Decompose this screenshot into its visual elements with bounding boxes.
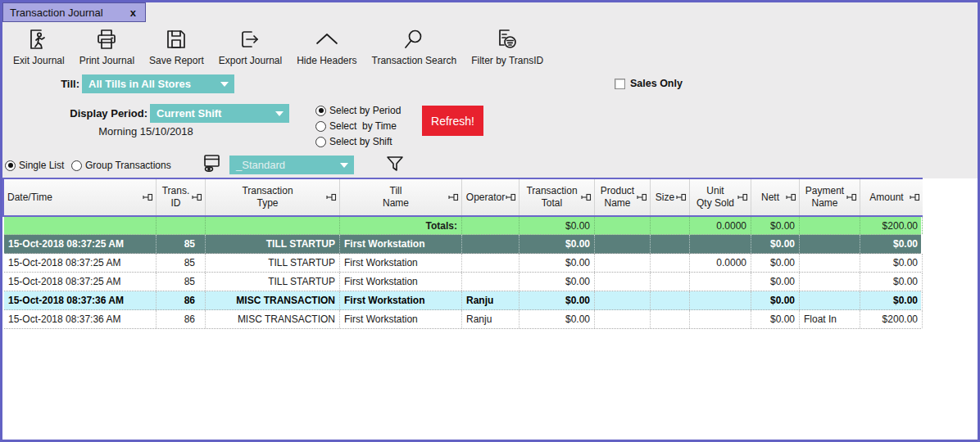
sales-only-label: Sales Only xyxy=(630,78,683,89)
column-pin-icon[interactable] xyxy=(581,193,592,201)
cell-operator: Ranju xyxy=(462,291,519,309)
column-pin-icon[interactable] xyxy=(448,193,459,201)
sales-only-checkbox[interactable]: Sales Only xyxy=(615,78,683,89)
column-pin-icon[interactable] xyxy=(676,193,687,201)
filter-funnel-button[interactable] xyxy=(384,155,406,176)
cell-trans_id: 85 xyxy=(157,273,206,291)
cell-size xyxy=(651,291,690,309)
cell-payment_name xyxy=(800,217,860,234)
radio-select-by-time[interactable]: Select by Time xyxy=(315,120,397,132)
table-row[interactable]: 15-Oct-2018 08:37:25 AM85TILL STARTUPFir… xyxy=(4,254,921,273)
table-row[interactable]: 15-Oct-2018 08:37:36 AM86MISC TRANSACTIO… xyxy=(4,291,921,310)
column-header-transaction_type[interactable]: TransactionType xyxy=(206,179,340,215)
exit-journal-button[interactable]: Exit Journal xyxy=(6,27,72,70)
column-header-size[interactable]: Size xyxy=(651,179,690,215)
till-dropdown[interactable]: All Tills in All Stores xyxy=(82,74,234,93)
cell-till_name: First Workstation xyxy=(340,273,462,291)
filter-by-transid-button[interactable]: Filter by TransID xyxy=(464,27,551,70)
cell-transaction_total: $0.00 xyxy=(519,291,595,309)
refresh-button[interactable]: Refresh! xyxy=(422,106,483,136)
toolbar-label: Export Journal xyxy=(219,55,282,66)
column-header-operator[interactable]: Operator xyxy=(462,179,519,215)
column-pin-icon[interactable] xyxy=(846,193,857,201)
chevron-down-icon xyxy=(275,111,284,116)
till-label: Till: xyxy=(27,78,79,90)
table-header-box: Date/TimeTrans.IDTransactionTypeTillName… xyxy=(2,178,923,217)
cell-transaction_type: MISC TRANSACTION xyxy=(206,291,340,309)
tab-transaction-journal[interactable]: Transaction Journal x xyxy=(2,2,146,22)
cell-transaction_type xyxy=(206,217,340,234)
column-header-product_name[interactable]: ProductName xyxy=(595,179,651,215)
layout-dropdown[interactable]: _Standard xyxy=(229,156,354,174)
window-eye-icon xyxy=(202,153,222,176)
tab-title: Transaction Journal xyxy=(10,7,121,19)
cell-nett: $0.00 xyxy=(751,217,800,234)
export-journal-button[interactable]: Export Journal xyxy=(211,27,289,70)
table-row[interactable]: 15-Oct-2018 08:37:25 AM85TILL STARTUPFir… xyxy=(4,273,921,291)
radio-circle xyxy=(71,160,82,171)
column-header-transaction_total[interactable]: TransactionTotal xyxy=(519,179,595,215)
printer-icon xyxy=(95,27,118,52)
cell-transaction_type: TILL STARTUP xyxy=(206,254,340,272)
cell-payment_name xyxy=(800,273,860,291)
cell-till_name: First Workstation xyxy=(340,254,462,272)
column-pin-icon[interactable] xyxy=(326,193,337,201)
column-header-trans_id[interactable]: Trans.ID xyxy=(157,179,206,215)
column-pin-icon[interactable] xyxy=(737,193,748,201)
cell-date_time: 15-Oct-2018 08:37:25 AM xyxy=(4,235,157,253)
cell-amount: $0.00 xyxy=(860,235,923,253)
table-header-row: Date/TimeTrans.IDTransactionTypeTillName… xyxy=(4,179,921,215)
column-pin-icon[interactable] xyxy=(786,193,796,201)
cell-size xyxy=(651,310,690,328)
radio-group-transactions[interactable]: Group Transactions xyxy=(71,160,171,171)
floppy-disk-icon xyxy=(165,27,188,52)
cell-trans_id: 86 xyxy=(157,291,206,309)
cell-transaction_type: TILL STARTUP xyxy=(206,235,340,253)
toolbar-label: Filter by TransID xyxy=(471,55,543,66)
column-header-till_name[interactable]: TillName xyxy=(340,179,462,215)
column-header-nett[interactable]: Nett xyxy=(751,179,800,215)
shift-caption: Morning 15/10/2018 xyxy=(76,125,216,138)
cell-date_time xyxy=(4,217,157,234)
close-icon[interactable]: x xyxy=(128,7,138,19)
cell-unit_qty_sold xyxy=(690,273,751,291)
radio-single-list[interactable]: Single List xyxy=(5,160,64,171)
toolbar-label: Hide Headers xyxy=(297,55,356,66)
cell-nett: $0.00 xyxy=(751,254,800,272)
column-pin-icon[interactable] xyxy=(192,193,202,201)
display-period-dropdown[interactable]: Current Shift xyxy=(150,104,289,123)
radio-select-by-shift[interactable]: Select by Shift xyxy=(315,136,392,147)
column-header-date_time[interactable]: Date/Time xyxy=(4,179,157,215)
cell-amount: $0.00 xyxy=(860,291,923,309)
hide-headers-button[interactable]: Hide Headers xyxy=(289,27,364,70)
cell-transaction_total: $0.00 xyxy=(519,254,595,272)
cell-date_time: 15-Oct-2018 08:37:36 AM xyxy=(4,310,157,328)
column-pin-icon[interactable] xyxy=(506,193,516,201)
radio-select-by-period[interactable]: Select by Period xyxy=(315,105,401,116)
column-pin-icon[interactable] xyxy=(143,193,153,201)
cell-amount: $0.00 xyxy=(860,273,923,291)
cell-payment_name xyxy=(800,254,860,272)
till-dropdown-value: All Tills in All Stores xyxy=(88,78,191,90)
column-header-unit_qty_sold[interactable]: UnitQty Sold xyxy=(690,179,751,215)
radio-circle xyxy=(315,106,326,116)
column-header-amount[interactable]: Amount xyxy=(860,179,923,215)
cell-trans_id: 85 xyxy=(157,254,206,272)
cell-transaction_type: TILL STARTUP xyxy=(206,273,340,291)
column-header-payment_name[interactable]: PaymentName xyxy=(800,179,860,215)
column-pin-icon[interactable] xyxy=(637,193,647,201)
toolbar-label: Print Journal xyxy=(79,55,134,66)
print-journal-button[interactable]: Print Journal xyxy=(72,27,142,70)
cell-product_name xyxy=(595,254,651,272)
chevron-down-icon xyxy=(220,82,229,87)
cell-product_name xyxy=(595,273,651,291)
save-report-button[interactable]: Save Report xyxy=(142,27,211,70)
cell-amount: $200.00 xyxy=(860,310,923,328)
transaction-search-button[interactable]: Transaction Search xyxy=(365,27,465,70)
column-layout-button[interactable] xyxy=(202,154,223,175)
column-pin-icon[interactable] xyxy=(910,193,920,201)
table-row[interactable]: 15-Oct-2018 08:37:36 AM86MISC TRANSACTIO… xyxy=(4,310,921,329)
display-period-label: Display Period: xyxy=(27,107,147,120)
export-arrow-icon xyxy=(238,27,261,52)
table-row[interactable]: 15-Oct-2018 08:37:25 AM85TILL STARTUPFir… xyxy=(4,235,921,254)
